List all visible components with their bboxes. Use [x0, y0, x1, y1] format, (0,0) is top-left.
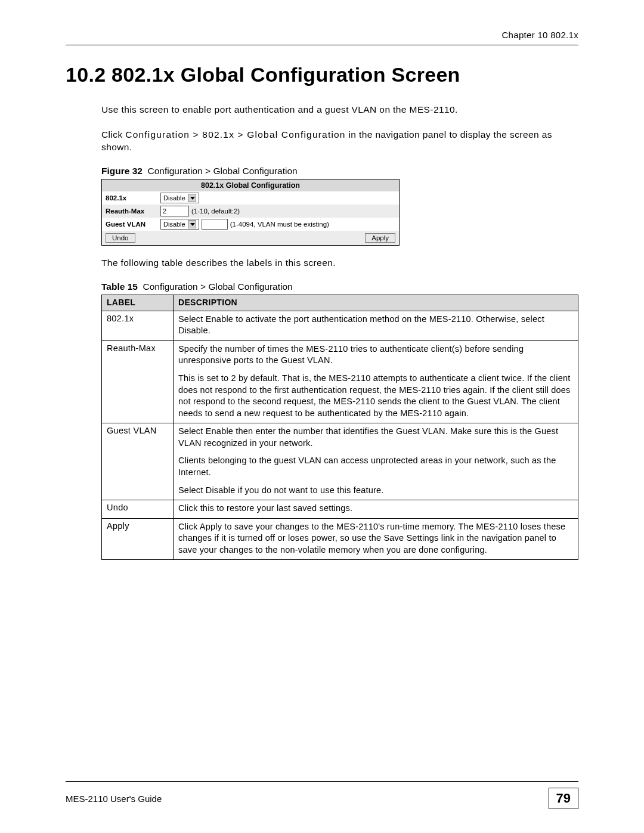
select-guest-vlan[interactable]: Disable: [160, 219, 199, 230]
desc-text: Select Enable to activate the port authe…: [178, 314, 573, 337]
table-label: Table 15: [101, 281, 138, 292]
figure-title: Configuration > Global Configuration: [148, 166, 298, 176]
desc-text: Click this to restore your last saved se…: [178, 503, 573, 515]
figure-label: Figure 32: [101, 166, 143, 176]
nav-path: Configuration > 802.1x > Global Configur…: [125, 129, 345, 140]
section-heading: 10.2 802.1x Global Configuration Screen: [66, 63, 578, 86]
note-guest-vlan: (1-4094, VLAN must be existing): [230, 221, 329, 228]
undo-button[interactable]: Undo: [106, 233, 135, 243]
desc-text: Select Disable if you do not want to use…: [178, 485, 573, 497]
nav-prefix: Click: [101, 129, 125, 140]
desc-text: Click Apply to save your changes to the …: [178, 521, 573, 556]
table-row: Reauth-Max Specify the number of times t…: [102, 340, 578, 423]
table-row: 802.1x Select Enable to activate the por…: [102, 311, 578, 340]
cell-description: Click Apply to save your changes to the …: [174, 518, 578, 560]
row-reauth-max: Reauth-Max (1-10, default:2): [102, 205, 399, 218]
table-row: Apply Click Apply to save your changes t…: [102, 518, 578, 560]
cell-description: Click this to restore your last saved se…: [174, 500, 578, 519]
nav-instruction: Click Configuration > 802.1x > Global Co…: [101, 128, 578, 154]
table-row: Undo Click this to restore your last sav…: [102, 500, 578, 519]
cell-description: Select Enable then enter the number that…: [174, 423, 578, 500]
col-header-description: DESCRIPTION: [174, 295, 578, 311]
page-number-box: 79: [549, 788, 578, 809]
intro-paragraph: Use this screen to enable port authentic…: [101, 103, 578, 116]
table-title: Configuration > Global Configuration: [143, 281, 293, 292]
figure-caption: Figure 32 Configuration > Global Configu…: [101, 166, 578, 176]
chevron-down-icon: [188, 220, 196, 228]
footer: MES-2110 User's Guide 79: [66, 781, 578, 809]
desc-text: This is set to 2 by default. That is, th…: [178, 373, 573, 419]
col-header-label: LABEL: [102, 295, 174, 311]
table-caption: Table 15 Configuration > Global Configur…: [101, 281, 578, 292]
table-row: Guest VLAN Select Enable then enter the …: [102, 423, 578, 500]
select-guest-vlan-value: Disable: [163, 221, 185, 228]
note-reauth-max: (1-10, default:2): [191, 208, 240, 215]
select-802-1x-value: Disable: [163, 194, 185, 202]
config-panel: 802.1x Global Configuration 802.1x Disab…: [101, 179, 400, 246]
desc-text: Clients belonging to the guest VLAN can …: [178, 455, 573, 478]
cell-description: Select Enable to activate the port authe…: [174, 311, 578, 340]
apply-button[interactable]: Apply: [365, 233, 395, 243]
input-reauth-max[interactable]: [160, 206, 189, 216]
chapter-header: Chapter 10 802.1x: [66, 30, 578, 40]
label-reauth-max: Reauth-Max: [106, 208, 160, 215]
footer-guide-name: MES-2110 User's Guide: [66, 794, 162, 804]
input-guest-vlan-id[interactable]: [202, 219, 228, 230]
post-figure-text: The following table describes the labels…: [101, 256, 578, 270]
select-802-1x[interactable]: Disable: [160, 193, 199, 203]
cell-label: Apply: [102, 518, 174, 560]
row-802-1x: 802.1x Disable: [102, 191, 399, 205]
button-row: Undo Apply: [102, 231, 399, 245]
label-guest-vlan: Guest VLAN: [106, 221, 160, 228]
chevron-down-icon: [188, 194, 196, 202]
cell-label: Reauth-Max: [102, 340, 174, 423]
header-rule: [66, 45, 578, 45]
label-802-1x: 802.1x: [106, 194, 160, 202]
cell-description: Specify the number of times the MES-2110…: [174, 340, 578, 423]
footer-rule: [66, 781, 578, 782]
description-table: LABEL DESCRIPTION 802.1x Select Enable t…: [101, 295, 578, 561]
desc-text: Specify the number of times the MES-2110…: [178, 343, 573, 367]
cell-label: Undo: [102, 500, 174, 519]
desc-text: Select Enable then enter the number that…: [178, 426, 573, 449]
panel-title: 802.1x Global Configuration: [102, 179, 399, 191]
cell-label: 802.1x: [102, 311, 174, 340]
row-guest-vlan: Guest VLAN Disable (1-4094, VLAN must be…: [102, 218, 399, 231]
cell-label: Guest VLAN: [102, 423, 174, 500]
